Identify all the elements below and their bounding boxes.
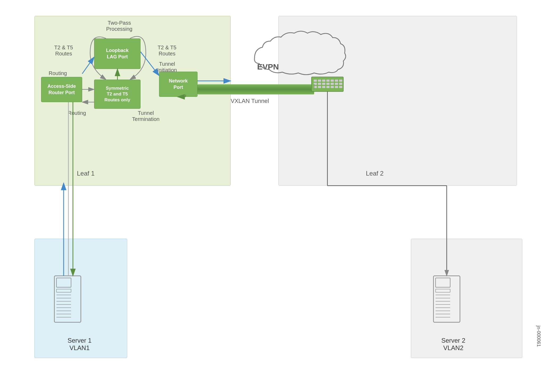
routing-left-label: Routing — [45, 70, 71, 76]
symmetric-routes-label: SymmetricT2 and T5Routes only — [104, 85, 130, 103]
leaf1-label: Leaf 1 — [77, 170, 95, 177]
routing-right-label: Routing — [64, 110, 90, 116]
server1-label: Server 1 VLAN1 — [53, 337, 106, 352]
access-router-port-label: Access-SideRouter Port — [47, 83, 76, 96]
network-port-label: NetworkPort — [169, 78, 188, 90]
leaf2-region — [278, 16, 517, 186]
server2-label: Server 2 VLAN2 — [427, 337, 480, 352]
two-pass-processing-label: Two-PassProcessing — [90, 20, 148, 32]
access-router-port-box: Access-SideRouter Port — [41, 77, 82, 102]
vxlan-tunnel-bar — [198, 84, 314, 94]
diagram-id-label: jn-000061 — [536, 325, 541, 347]
leaf2-label: Leaf 2 — [366, 170, 384, 177]
evpn-label: EVPN — [257, 62, 279, 71]
loopback-lag-port-box: LoopbackLAG Port — [94, 38, 141, 69]
vxlan-tunnel-label: VXLAN Tunnel — [231, 98, 269, 104]
network-port-box: NetworkPort — [159, 72, 198, 97]
loopback-lag-port-label: LoopbackLAG Port — [106, 47, 129, 60]
t2-t5-routes-right-label: T2 & T5Routes — [147, 45, 187, 57]
tunnel-termination-label: TunnelTermination — [125, 110, 167, 122]
symmetric-routes-box: SymmetricT2 and T5Routes only — [94, 80, 141, 109]
t2-t5-routes-left-label: T2 & T5Routes — [44, 45, 84, 57]
tunnel-initiation-label: TunnelInitiation — [147, 61, 187, 73]
diagram-container: Leaf 1 Leaf 2 Access-SideRouter Port Loo… — [0, 0, 557, 392]
